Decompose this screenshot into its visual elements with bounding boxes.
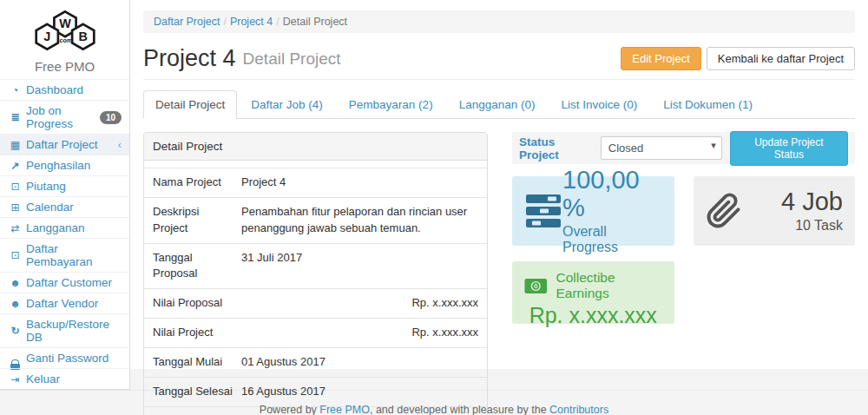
table-row: Tanggal Proposal 31 Juli 2017 (144, 243, 487, 289)
money-icon (8, 249, 23, 261)
sidebar-item-daftar-vendor[interactable]: Daftar Vendor (0, 293, 129, 313)
project-tabs: Detail Project Daftar Job (4) Pembayaran… (143, 90, 855, 119)
money-icon: 0 (524, 278, 548, 294)
logo-dotcom: .com (57, 36, 72, 44)
tab-list-invoice[interactable]: List Invoice (0) (549, 90, 649, 119)
overall-progress-box: 100,00 % Overall Progress (512, 176, 674, 246)
row-label: Tanggal Selesai (153, 384, 241, 400)
dashboard-icon (8, 84, 23, 96)
tab-label[interactable]: Daftar Job (4) (239, 90, 335, 119)
earnings-label: Collectibe Earnings (556, 270, 662, 301)
sidebar-item-label: Piutang (26, 180, 66, 193)
refresh-icon (8, 325, 23, 337)
breadcrumb-current: Detail Project (283, 16, 347, 28)
sidebar-item-penghasilan[interactable]: Penghasilan (0, 155, 129, 175)
sign-out-icon (8, 373, 23, 385)
sidebar-item-dashboard[interactable]: Dashboard (0, 79, 129, 100)
breadcrumb-separator: / (223, 16, 226, 28)
logo-letter-w: W (59, 16, 71, 30)
free-pmo-link[interactable]: Free PMO (319, 404, 370, 415)
tasks-icon (524, 194, 562, 228)
row-label: Nama Project (153, 175, 241, 191)
footer-text: Powered by (260, 404, 319, 415)
earnings-value: Rp. x.xxx.xxx (524, 303, 662, 328)
sidebar-item-daftar-project[interactable]: Daftar Project ‹ (0, 134, 129, 155)
jobs-text: 4 Job 10 Task (742, 188, 844, 234)
money-icon (8, 181, 23, 193)
content-columns: Detail Project Nama Project Project 4 De… (143, 132, 855, 415)
header-buttons: Edit Project Kembali ke daftar Project (621, 47, 855, 70)
tab-label[interactable]: Detail Project (143, 90, 237, 119)
breadcrumb: Daftar Project/Project 4/Detail Project (143, 10, 855, 33)
sidebar-item-label: Backup/Restore DB (26, 318, 122, 344)
tab-langganan[interactable]: Langganan (0) (447, 90, 548, 119)
row-label: Tanggal Proposal (153, 250, 241, 283)
tasks-icon (8, 111, 23, 123)
tab-label[interactable]: Langganan (0) (447, 90, 548, 119)
page: W J B .com Free PMO Dashboard Job on Pro… (0, 0, 868, 390)
tab-pembayaran[interactable]: Pembayaran (2) (337, 90, 445, 119)
job-count-badge: 10 (100, 111, 122, 124)
sidebar-item-label: Penghasilan (26, 159, 90, 172)
update-project-status-button[interactable]: Update Project Status (730, 131, 848, 166)
retweet-icon (8, 222, 23, 234)
sidebar-item-langganan[interactable]: Langganan (0, 217, 129, 238)
sidebar-item-label: Ganti Password (26, 352, 108, 365)
users-icon (8, 277, 23, 289)
breadcrumb-daftar-project[interactable]: Daftar Project (154, 16, 220, 28)
tab-detail-project[interactable]: Detail Project (143, 90, 237, 119)
row-value: 16 Agustus 2017 (241, 384, 478, 400)
tab-daftar-job[interactable]: Daftar Job (4) (239, 90, 335, 119)
sidebar-item-job-on-progress[interactable]: Job on Progress 10 (0, 100, 129, 134)
row-value: Rp. x.xxx.xxx (241, 295, 478, 312)
detail-table: Nama Project Project 4 Deskripsi Project… (144, 168, 487, 415)
row-label: Deskripsi Project (153, 204, 241, 237)
chevron-left-icon: ‹ (118, 138, 122, 151)
contributors-link[interactable]: Contributors (549, 404, 608, 415)
sidebar-item-calendar[interactable]: Calendar (0, 196, 129, 217)
tab-label[interactable]: List Invoice (0) (549, 90, 649, 119)
table-icon (8, 139, 23, 151)
users-icon (8, 298, 23, 310)
sidebar-item-label: Daftar Project (26, 138, 98, 151)
tab-label[interactable]: List Dokumen (1) (651, 90, 765, 119)
sidebar-item-daftar-customer[interactable]: Daftar Customer (0, 272, 129, 293)
progress-text: 100,00 % Overall Progress (562, 167, 662, 255)
breadcrumb-separator: / (276, 16, 279, 28)
sidebar-item-piutang[interactable]: Piutang (0, 175, 129, 196)
sidebar-item-daftar-pembayaran[interactable]: Daftar Pembayaran (0, 238, 129, 272)
row-label: Nilai Project (153, 325, 241, 341)
tasks-count: 10 Task (795, 218, 843, 234)
earnings-header: 0 Collectibe Earnings (524, 270, 662, 301)
sidebar-item-label: Keluar (26, 372, 60, 385)
sidebar-item-label: Dashboard (26, 83, 83, 96)
sidebar-item-label: Calendar (26, 201, 74, 214)
paperclip-icon (706, 191, 742, 231)
sidebar-item-keluar[interactable]: Keluar (0, 368, 129, 389)
logo-letter-b: B (78, 30, 87, 43)
tab-list-dokumen[interactable]: List Dokumen (1) (651, 90, 765, 119)
page-subtitle: Detail Project (243, 49, 341, 69)
sidebar-item-backup-restore-db[interactable]: Backup/Restore DB (0, 313, 129, 347)
progress-label: Overall Progress (562, 224, 662, 255)
breadcrumb-project-4[interactable]: Project 4 (230, 16, 273, 28)
right-column: Status Project Closed Update Project Sta… (512, 132, 855, 415)
row-value: 01 Agustus 2017 (241, 354, 478, 371)
table-row: Nilai Project Rp. x.xxx.xxx (144, 318, 487, 347)
content-header: Project 4 Detail Project Edit Project Ke… (143, 45, 855, 80)
sidebar-item-ganti-password[interactable]: Ganti Password (0, 347, 129, 368)
footer-text: , and developed with pleasure by the (370, 404, 549, 415)
row-value: Rp. x.xxx.xxx (241, 325, 478, 341)
collectible-earnings-box: 0 Collectibe Earnings Rp. x.xxx.xxx (512, 261, 674, 324)
table-row: Tanggal Mulai 01 Agustus 2017 (144, 347, 487, 377)
status-project-label: Status Project (519, 135, 594, 161)
status-project-select[interactable]: Closed (601, 136, 722, 160)
jobs-box: 4 Job 10 Task (694, 176, 856, 246)
edit-project-button[interactable]: Edit Project (621, 47, 700, 70)
sidebar-item-label: Daftar Vendor (26, 297, 98, 310)
progress-value: 100,00 % (562, 167, 662, 222)
tab-label[interactable]: Pembayaran (2) (337, 90, 445, 119)
back-to-project-list-button[interactable]: Kembali ke daftar Project (707, 47, 855, 70)
sidebar-item-label: Daftar Pembayaran (26, 242, 122, 268)
row-label: Nilai Proposal (153, 295, 241, 312)
